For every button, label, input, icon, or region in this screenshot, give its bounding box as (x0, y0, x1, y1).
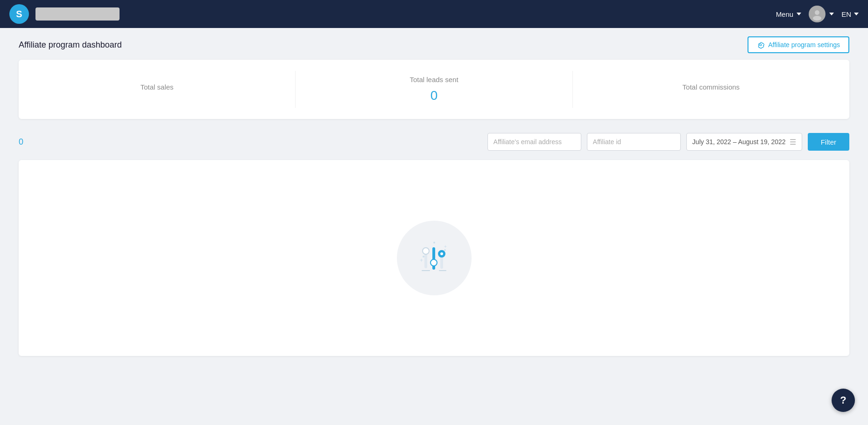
gear-icon (757, 41, 764, 49)
main-header: S Menu EN (0, 0, 868, 28)
content-area: + + (19, 160, 849, 356)
logo-icon: S (9, 4, 29, 24)
date-range-picker[interactable]: July 31, 2022 – August 19, 2022 ☰ (686, 133, 802, 151)
menu-chevron-icon (797, 13, 801, 15)
total-leads-stat: Total leads sent 0 (296, 71, 572, 108)
date-range-value: July 31, 2022 – August 19, 2022 (692, 138, 786, 146)
svg-point-13 (440, 252, 443, 255)
svg-point-4 (444, 249, 446, 251)
svg-point-2 (433, 242, 435, 244)
header-right: Menu EN (776, 6, 859, 22)
affiliate-id-filter-input[interactable] (587, 133, 681, 151)
total-leads-value: 0 (430, 88, 438, 103)
total-sales-label: Total sales (141, 83, 174, 91)
stats-card: Total sales Total leads sent 0 Total com… (19, 60, 849, 119)
total-sales-stat: Total sales (19, 71, 296, 108)
avatar-icon (811, 7, 824, 21)
header-title-bar (35, 7, 120, 21)
svg-point-0 (815, 10, 819, 15)
svg-point-1 (813, 16, 821, 21)
total-leads-label: Total leads sent (409, 76, 458, 84)
menu-label: Menu (776, 10, 794, 18)
language-chevron-icon (854, 13, 859, 15)
results-count: 0 (19, 137, 33, 147)
total-commissions-stat: Total commissions (573, 71, 849, 108)
empty-state-illustration: + + (397, 221, 472, 295)
avatar (809, 6, 826, 22)
total-commissions-label: Total commissions (683, 83, 740, 91)
header-left: S (9, 4, 120, 24)
filter-button[interactable]: Filter (808, 133, 849, 151)
affiliate-settings-button[interactable]: Affiliate program settings (748, 36, 849, 53)
sub-header: Affiliate program dashboard Affiliate pr… (0, 28, 868, 60)
menu-button[interactable]: Menu (776, 10, 802, 18)
language-label: EN (841, 10, 851, 18)
filter-bar: 0 July 31, 2022 – August 19, 2022 ☰ Filt… (19, 128, 849, 155)
svg-point-8 (423, 248, 429, 254)
settings-button-label: Affiliate program settings (768, 41, 840, 49)
email-filter-input[interactable] (487, 133, 581, 151)
page-title: Affiliate program dashboard (19, 40, 122, 50)
help-button[interactable]: ? (832, 389, 855, 412)
avatar-chevron-icon (829, 13, 834, 15)
svg-text:+: + (444, 244, 447, 249)
empty-state-icon: + + (413, 237, 455, 279)
svg-point-10 (430, 259, 437, 266)
svg-text:+: + (420, 257, 423, 264)
language-button[interactable]: EN (841, 10, 859, 18)
avatar-button[interactable] (809, 6, 834, 22)
calendar-icon: ☰ (790, 138, 796, 146)
